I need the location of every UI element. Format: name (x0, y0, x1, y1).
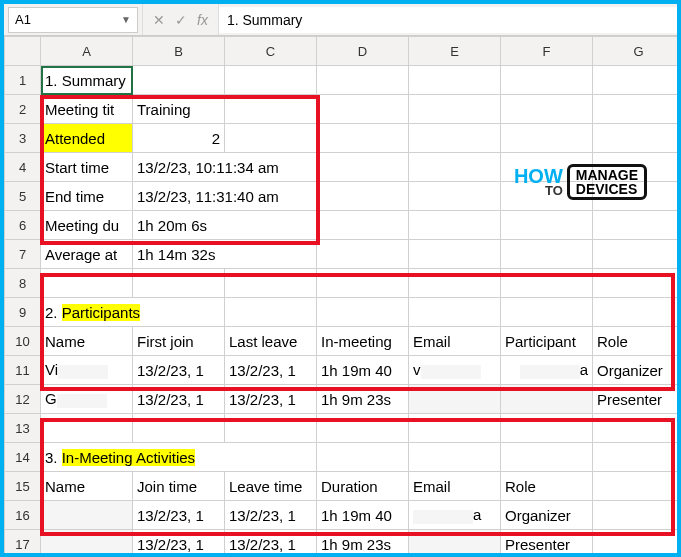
cell-C1[interactable] (225, 66, 317, 95)
cell-A9[interactable]: 2. 2. ParticipantsParticipants (41, 298, 225, 327)
cell-D3[interactable] (317, 124, 409, 153)
cell-B10[interactable]: First join (133, 327, 225, 356)
cell-B17[interactable]: 13/2/23, 1 (133, 530, 225, 558)
cell-E11[interactable]: v (409, 356, 501, 385)
row-header-10[interactable]: 10 (5, 327, 41, 356)
cell-F11[interactable]: a (501, 356, 593, 385)
cell-G17[interactable] (593, 530, 682, 558)
cell-E4[interactable] (409, 153, 501, 182)
cell-B3[interactable]: 2 (133, 124, 225, 153)
cell-A17[interactable] (41, 530, 133, 558)
row-header-4[interactable]: 4 (5, 153, 41, 182)
cancel-icon[interactable]: ✕ (153, 12, 165, 28)
cell-F3[interactable] (501, 124, 593, 153)
row-header-6[interactable]: 6 (5, 211, 41, 240)
cell-E16[interactable]: a (409, 501, 501, 530)
col-header-G[interactable]: G (593, 37, 682, 66)
col-header-F[interactable]: F (501, 37, 593, 66)
cell-B11[interactable]: 13/2/23, 1 (133, 356, 225, 385)
cell-C10[interactable]: Last leave (225, 327, 317, 356)
cell-G12[interactable]: Presenter (593, 385, 682, 414)
cell-A16[interactable] (41, 501, 133, 530)
row-header-5[interactable]: 5 (5, 182, 41, 211)
dropdown-icon[interactable]: ▼ (121, 14, 131, 25)
cell-A12[interactable]: G (41, 385, 133, 414)
cell-E15[interactable]: Email (409, 472, 501, 501)
cell-A3[interactable]: Attended (41, 124, 133, 153)
cell-F17[interactable]: Presenter (501, 530, 593, 558)
cell-B4[interactable]: 13/2/23, 10:11:34 am (133, 153, 317, 182)
cell-D11[interactable]: 1h 19m 40 (317, 356, 409, 385)
row-header-14[interactable]: 14 (5, 443, 41, 472)
cell-A14[interactable]: 3. In-Meeting Activities3. In-Meeting Ac… (41, 443, 317, 472)
cell-D7[interactable] (317, 240, 409, 269)
cell-C2[interactable] (225, 95, 317, 124)
row-header-1[interactable]: 1 (5, 66, 41, 95)
col-header-B[interactable]: B (133, 37, 225, 66)
cell-C12[interactable]: 13/2/23, 1 (225, 385, 317, 414)
cell-E2[interactable] (409, 95, 501, 124)
cell-D4[interactable] (317, 153, 409, 182)
spreadsheet-grid[interactable]: A B C D E F G 1 1. Summary 2 Meeting tit… (4, 36, 677, 557)
cell-F5[interactable] (501, 182, 593, 211)
select-all-cell[interactable] (5, 37, 41, 66)
cell-G5[interactable] (593, 182, 682, 211)
cell-G16[interactable] (593, 501, 682, 530)
col-header-E[interactable]: E (409, 37, 501, 66)
row-header-11[interactable]: 11 (5, 356, 41, 385)
cell-F4[interactable] (501, 153, 593, 182)
cell-G2[interactable] (593, 95, 682, 124)
cell-F6[interactable] (501, 211, 593, 240)
cell-A1[interactable]: 1. Summary (41, 66, 133, 95)
cell-A10[interactable]: Name (41, 327, 133, 356)
cell-D2[interactable] (317, 95, 409, 124)
cell-G4[interactable] (593, 153, 682, 182)
cell-A8[interactable] (41, 269, 133, 298)
col-header-C[interactable]: C (225, 37, 317, 66)
cell-A15[interactable]: Name (41, 472, 133, 501)
cell-D15[interactable]: Duration (317, 472, 409, 501)
row-header-16[interactable]: 16 (5, 501, 41, 530)
cell-E1[interactable] (409, 66, 501, 95)
cell-B5[interactable]: 13/2/23, 11:31:40 am (133, 182, 317, 211)
cell-G11[interactable]: Organizer (593, 356, 682, 385)
cell-C11[interactable]: 13/2/23, 1 (225, 356, 317, 385)
cell-E6[interactable] (409, 211, 501, 240)
cell-F2[interactable] (501, 95, 593, 124)
fx-icon[interactable]: fx (197, 12, 208, 28)
cell-B15[interactable]: Join time (133, 472, 225, 501)
row-header-17[interactable]: 17 (5, 530, 41, 558)
cell-E7[interactable] (409, 240, 501, 269)
cell-D10[interactable]: In-meeting (317, 327, 409, 356)
cell-F1[interactable] (501, 66, 593, 95)
formula-input[interactable]: 1. Summary (219, 7, 677, 33)
cell-A6[interactable]: Meeting du (41, 211, 133, 240)
cell-A5[interactable]: End time (41, 182, 133, 211)
cell-B2[interactable]: Training (133, 95, 225, 124)
enter-icon[interactable]: ✓ (175, 12, 187, 28)
row-header-7[interactable]: 7 (5, 240, 41, 269)
cell-G1[interactable] (593, 66, 682, 95)
cell-G7[interactable] (593, 240, 682, 269)
cell-D17[interactable]: 1h 9m 23s (317, 530, 409, 558)
cell-C16[interactable]: 13/2/23, 1 (225, 501, 317, 530)
cell-F7[interactable] (501, 240, 593, 269)
cell-G6[interactable] (593, 211, 682, 240)
col-header-A[interactable]: A (41, 37, 133, 66)
col-header-D[interactable]: D (317, 37, 409, 66)
row-header-15[interactable]: 15 (5, 472, 41, 501)
cell-A7[interactable]: Average at (41, 240, 133, 269)
cell-C15[interactable]: Leave time (225, 472, 317, 501)
cell-G15[interactable] (593, 472, 682, 501)
cell-D6[interactable] (317, 211, 409, 240)
cell-E5[interactable] (409, 182, 501, 211)
row-header-13[interactable]: 13 (5, 414, 41, 443)
cell-G10[interactable]: Role (593, 327, 682, 356)
row-header-12[interactable]: 12 (5, 385, 41, 414)
cell-A11[interactable]: Vi (41, 356, 133, 385)
cell-B7[interactable]: 1h 14m 32s (133, 240, 317, 269)
cell-D5[interactable] (317, 182, 409, 211)
name-box[interactable]: A1 ▼ (8, 7, 138, 33)
cell-G3[interactable] (593, 124, 682, 153)
cell-A4[interactable]: Start time (41, 153, 133, 182)
